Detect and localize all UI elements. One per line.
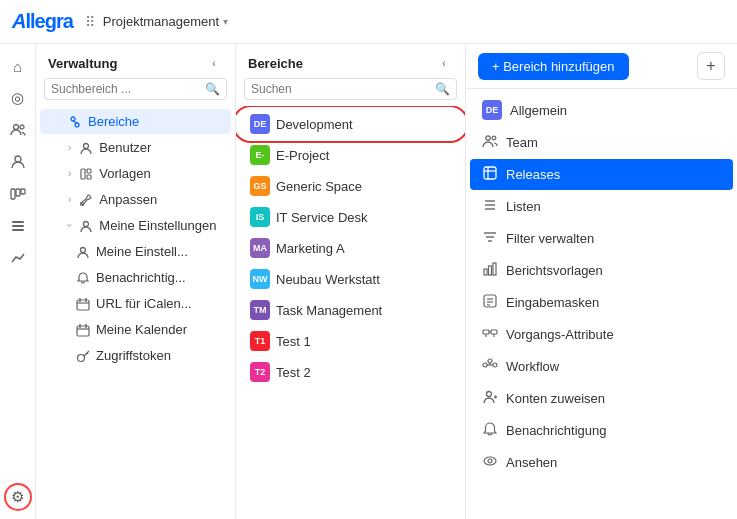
bereiche-item-2[interactable]: GSGeneric Space	[240, 171, 461, 201]
space-nav-item-0[interactable]: DEAllgemein	[470, 94, 733, 126]
space-panel-header: + Bereich hinzufügen +	[466, 44, 737, 89]
benutzer-nav-label: Benutzer	[99, 140, 151, 155]
sidebar-icon-kanban[interactable]	[4, 180, 32, 208]
space-nav-item-7[interactable]: Vorgangs-Attribute	[470, 319, 733, 350]
add-bereich-button[interactable]: + Bereich hinzufügen	[478, 53, 629, 80]
anpassen-nav-icon	[79, 193, 93, 207]
space-avatar-0: DE	[482, 100, 502, 120]
nav-item-anpassen[interactable]: › Anpassen	[40, 187, 231, 212]
svg-line-29	[87, 353, 88, 354]
svg-rect-42	[489, 266, 492, 275]
sidebar-icon-home[interactable]: ⌂	[4, 52, 32, 80]
svg-point-62	[488, 459, 492, 463]
svg-point-0	[13, 125, 18, 130]
bereiche-search-icon: 🔍	[435, 82, 450, 96]
svg-point-31	[492, 136, 496, 140]
space-nav-item-2[interactable]: Releases	[470, 159, 733, 190]
bereiche-item-4[interactable]: MAMarketing A	[240, 233, 461, 263]
svg-rect-32	[484, 167, 496, 179]
bereiche-label-8: Test 2	[276, 365, 311, 380]
bereiche-label-5: Neubau Werkstatt	[276, 272, 380, 287]
space-nav-item-3[interactable]: Listen	[470, 191, 733, 222]
space-nav-label-6: Eingabemasken	[506, 295, 599, 310]
space-nav-item-4[interactable]: Filter verwalten	[470, 223, 733, 254]
svg-rect-23	[77, 326, 89, 336]
meine-einstell-label: Meine Einstell...	[96, 244, 188, 259]
meine-einst-nav-icon	[79, 219, 93, 233]
icon-sidebar: ⌂ ◎	[0, 44, 36, 519]
nav-item-benachrichtig[interactable]: Benachrichtig...	[40, 265, 231, 290]
space-nav-label-4: Filter verwalten	[506, 231, 594, 246]
zugriffstoken-label: Zugriffstoken	[96, 348, 171, 363]
svg-rect-19	[77, 300, 89, 310]
nav-item-url-ical[interactable]: URL für iCalen...	[40, 291, 231, 316]
svg-rect-14	[87, 169, 91, 173]
bereiche-item-5[interactable]: NWNeubau Werkstatt	[240, 264, 461, 294]
svg-point-10	[75, 123, 79, 127]
svg-point-9	[71, 117, 75, 121]
space-nav-item-1[interactable]: Team	[470, 127, 733, 158]
grid-icon: ⠿	[85, 14, 95, 30]
space-nav-item-6[interactable]: Eingabemasken	[470, 287, 733, 318]
svg-rect-5	[21, 189, 25, 194]
calendar-icon	[76, 323, 90, 337]
sidebar-icon-list[interactable]	[4, 212, 32, 240]
sidebar-icon-compass[interactable]: ◎	[4, 84, 32, 112]
list-icon	[482, 197, 498, 216]
nav-item-meine-einstell[interactable]: Meine Einstell...	[40, 239, 231, 264]
topbar: Allegra ⠿ Projektmanagement ▾	[0, 0, 737, 44]
bereiche-avatar-0: DE	[250, 114, 270, 134]
space-nav-item-9[interactable]: Konten zuweisen	[470, 383, 733, 414]
bereiche-label-0: Development	[276, 117, 353, 132]
sidebar-icon-settings[interactable]: ⚙	[4, 483, 32, 511]
expand-arrow-vorlagen: ›	[68, 168, 71, 179]
verwaltung-search-box[interactable]: 🔍	[44, 78, 227, 100]
bereiche-search-box[interactable]: 🔍	[244, 78, 457, 100]
nav-item-meine-kalender[interactable]: Meine Kalender	[40, 317, 231, 342]
svg-point-54	[493, 363, 497, 367]
sidebar-icon-user[interactable]	[4, 148, 32, 176]
bereiche-item-6[interactable]: TMTask Management	[240, 295, 461, 325]
svg-rect-3	[11, 189, 15, 199]
bereiche-avatar-5: NW	[250, 269, 270, 289]
bereiche-label-4: Marketing A	[276, 241, 345, 256]
bereiche-label-1: E-Project	[276, 148, 329, 163]
verwaltung-collapse-btn[interactable]: ‹	[205, 54, 223, 72]
benachrichtig-label: Benachrichtig...	[96, 270, 186, 285]
bereiche-item-3[interactable]: ISIT Service Desk	[240, 202, 461, 232]
bereiche-item-7[interactable]: T1Test 1	[240, 326, 461, 356]
space-nav-label-5: Berichtsvorlagen	[506, 263, 603, 278]
nav-item-meine-einstellungen[interactable]: › Meine Einstellungen	[40, 213, 231, 238]
bereiche-label-2: Generic Space	[276, 179, 362, 194]
chart-icon	[482, 261, 498, 280]
expand-arrow-meine: ›	[64, 224, 75, 227]
bereiche-item-8[interactable]: T2Test 2	[240, 357, 461, 387]
nav-item-benutzer[interactable]: › Benutzer	[40, 135, 231, 160]
space-nav-item-8[interactable]: Workflow	[470, 351, 733, 382]
bereiche-panel: Bereiche ‹ 🔍 DEDevelopmentE-E-ProjectGSG…	[236, 44, 466, 519]
space-nav-label-7: Vorgangs-Attribute	[506, 327, 614, 342]
nav-item-bereiche[interactable]: Bereiche	[40, 109, 231, 134]
sidebar-icon-chart[interactable]	[4, 244, 32, 272]
space-nav-item-10[interactable]: Benachrichtigung	[470, 415, 733, 446]
bereiche-label-3: IT Service Desk	[276, 210, 368, 225]
space-nav-item-11[interactable]: Ansehen	[470, 447, 733, 478]
space-nav-item-5[interactable]: Berichtsvorlagen	[470, 255, 733, 286]
nav-item-vorlagen[interactable]: › Vorlagen	[40, 161, 231, 186]
vorlagen-nav-label: Vorlagen	[99, 166, 150, 181]
add-more-button[interactable]: +	[697, 52, 725, 80]
bereiche-nav-label: Bereiche	[88, 114, 139, 129]
bereiche-item-1[interactable]: E-E-Project	[240, 140, 461, 170]
bereiche-search-input[interactable]	[251, 82, 431, 96]
bereiche-collapse-btn[interactable]: ‹	[435, 54, 453, 72]
project-selector[interactable]: Projektmanagement ▾	[103, 14, 228, 29]
workflow-icon	[482, 357, 498, 376]
bereiche-item-0[interactable]: DEDevelopment	[240, 109, 461, 139]
svg-rect-49	[491, 330, 497, 334]
meine-kalender-label: Meine Kalender	[96, 322, 187, 337]
filter-icon	[482, 229, 498, 248]
verwaltung-search-input[interactable]	[51, 82, 201, 96]
nav-item-zugriffstoken[interactable]: Zugriffstoken	[40, 343, 231, 368]
sidebar-icon-users[interactable]	[4, 116, 32, 144]
url-ical-label: URL für iCalen...	[96, 296, 192, 311]
